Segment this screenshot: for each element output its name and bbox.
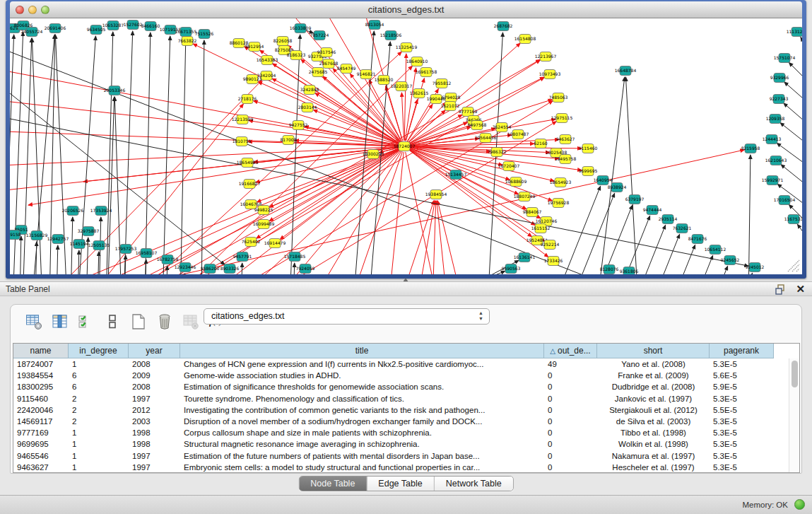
network-node[interactable]: 8912954 (245, 42, 264, 52)
float-panel-icon[interactable] (775, 284, 787, 295)
table-row[interactable]: 1938455462009Genome-wide association stu… (13, 370, 799, 381)
network-node[interactable]: 8903326 (220, 264, 240, 274)
table-row[interactable]: 1456911722003Disruption of a novel membe… (13, 416, 799, 427)
network-node[interactable]: 10807487 (507, 130, 529, 139)
network-node[interactable]: 2475685 (309, 68, 328, 77)
network-node[interactable]: 1640954 (594, 176, 613, 185)
network-node[interactable]: 16958107 (136, 249, 158, 258)
network-node[interactable]: 7986322 (488, 148, 507, 157)
network-node[interactable]: 16914479 (264, 239, 286, 248)
network-node[interactable]: 20206526 (62, 206, 84, 216)
network-node[interactable]: 20564436 (475, 134, 497, 143)
network-node[interactable]: 1615152 (531, 224, 551, 233)
network-node[interactable]: 16671355 (175, 28, 197, 37)
network-node[interactable]: 18807249 (514, 192, 536, 201)
network-node[interactable]: 15218506 (380, 31, 402, 40)
network-node[interactable]: 16720407 (498, 162, 520, 171)
merge-rows-button[interactable] (102, 313, 123, 332)
network-node[interactable]: 15751074 (774, 54, 796, 63)
network-node[interactable]: 17957253 (115, 245, 137, 254)
tab-network-table[interactable]: Network Table (434, 477, 513, 491)
network-node[interactable]: 16648784 (615, 66, 637, 76)
network-node[interactable]: 2687682 (494, 22, 513, 31)
network-node[interactable]: 9586200 (201, 264, 220, 274)
network-node[interactable]: 11325419 (396, 43, 418, 52)
column-header-out_de[interactable]: △out_de... (544, 344, 597, 358)
network-node[interactable]: 7515526 (195, 30, 214, 39)
network-node[interactable]: 19384554 (425, 190, 447, 199)
network-node[interactable]: 9474444 (643, 206, 662, 215)
network-node[interactable]: 9361806 (620, 267, 639, 275)
memory-status-indicator[interactable] (794, 499, 805, 510)
table-row[interactable]: 1830029562008Estimation of significance … (13, 381, 799, 392)
network-node[interactable]: 8226058 (273, 37, 293, 46)
column-header-name[interactable]: name (13, 344, 69, 358)
network-node[interactable]: 3242848 (300, 86, 319, 95)
network-node[interactable]: 17016504 (774, 196, 796, 205)
table-row[interactable]: 2242004622012Investigating the contribut… (13, 404, 799, 416)
network-node[interactable]: 9227343 (770, 95, 789, 104)
network-node[interactable]: 20053346 (104, 86, 126, 95)
network-node[interactable]: 1145194 (70, 240, 89, 249)
table-selector-dropdown[interactable]: citations_edges.txt ▲▼ (204, 308, 490, 325)
network-node[interactable]: 16099489 (253, 220, 275, 229)
network-node[interactable]: 9329966 (770, 74, 789, 83)
network-node[interactable]: 1244413 (763, 135, 782, 144)
network-node[interactable]: 12923446 (175, 263, 196, 272)
network-node[interactable]: 2803144 (298, 103, 317, 112)
tab-edge-table[interactable]: Edge Table (366, 477, 433, 491)
table-row[interactable]: 969969511998Structural magnetic resonanc… (13, 438, 799, 450)
network-node[interactable]: 9115460 (579, 144, 598, 153)
network-node[interactable]: 16543383 (257, 56, 278, 65)
tab-node-table[interactable]: Node Table (299, 477, 366, 491)
column-header-short[interactable]: short (597, 344, 710, 358)
network-node[interactable]: 8813054 (365, 21, 384, 30)
network-node[interactable]: 18640910 (406, 57, 428, 66)
network-node[interactable]: 6379197 (625, 195, 645, 204)
new-column-button[interactable] (128, 313, 149, 332)
column-header-year[interactable]: year (129, 344, 180, 358)
resize-grip-icon[interactable] (782, 255, 801, 273)
network-node[interactable]: 16136141 (514, 253, 536, 262)
network-node[interactable]: 9252214 (541, 240, 560, 250)
network-node[interactable]: 16210643 (765, 156, 787, 165)
table-row[interactable]: 946554611997Estimation of the future num… (13, 450, 799, 462)
network-node[interactable]: 19495758 (555, 155, 577, 164)
network-node[interactable]: 12213599 (232, 115, 254, 124)
network-node[interactable]: 9245012 (746, 263, 765, 272)
column-header-in_degree[interactable]: in_degree (69, 344, 129, 358)
network-node[interactable]: 8471676 (688, 235, 707, 244)
network-node[interactable]: 1209358 (766, 115, 785, 124)
table-scrollbar[interactable] (789, 358, 799, 472)
network-node[interactable]: 18220317 (391, 82, 413, 91)
network-node[interactable]: 7625402 (242, 238, 261, 247)
network-node[interactable]: 11131276 (787, 28, 802, 37)
network-node[interactable]: 8466160 (141, 22, 160, 31)
network-node[interactable]: 16154808 (514, 35, 536, 44)
network-node[interactable]: 16033809 (290, 24, 312, 33)
network-node[interactable]: 13156829 (26, 231, 48, 240)
column-header-title[interactable]: title (180, 344, 544, 358)
network-node[interactable]: 12213967 (535, 52, 557, 62)
network-node[interactable]: 15718485 (284, 252, 306, 262)
network-node[interactable]: 16961758 (416, 68, 437, 77)
network-node[interactable]: 1733426 (544, 257, 563, 266)
network-window-titlebar[interactable]: citations_edges.txt (10, 1, 802, 18)
scrollbar-thumb[interactable] (792, 361, 798, 387)
table-row[interactable]: 977716911998Corpus callosum shape and si… (13, 427, 799, 438)
network-node[interactable]: 12505135 (88, 241, 110, 250)
table-row[interactable]: 946362711997Embryonic stem cells: a mode… (13, 462, 799, 473)
network-node[interactable]: 19166827 (239, 180, 261, 189)
network-node[interactable]: 9146821 (357, 70, 376, 79)
network-node[interactable]: 10973493 (539, 70, 561, 79)
network-node[interactable]: 62160 (534, 139, 547, 148)
table-row[interactable]: 911546021997Tourette syndrome. Phenomeno… (13, 393, 799, 404)
network-node[interactable]: 8454749 (337, 64, 356, 74)
network-node[interactable]: 9590563 (502, 264, 521, 274)
network-node[interactable]: 8128076 (600, 265, 619, 274)
table-mode-button[interactable] (23, 313, 45, 332)
network-node[interactable]: 8938924 (608, 183, 627, 192)
network-node[interactable]: 12975115 (551, 114, 573, 123)
network-node[interactable]: 1621072 (441, 102, 460, 111)
network-node[interactable]: 17353924 (90, 206, 112, 216)
